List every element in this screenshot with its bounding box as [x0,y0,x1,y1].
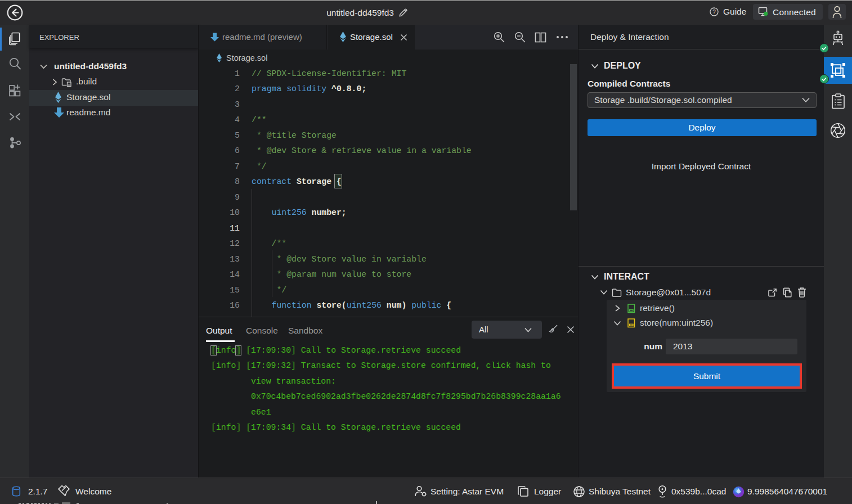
svg-text:?: ? [712,9,716,15]
